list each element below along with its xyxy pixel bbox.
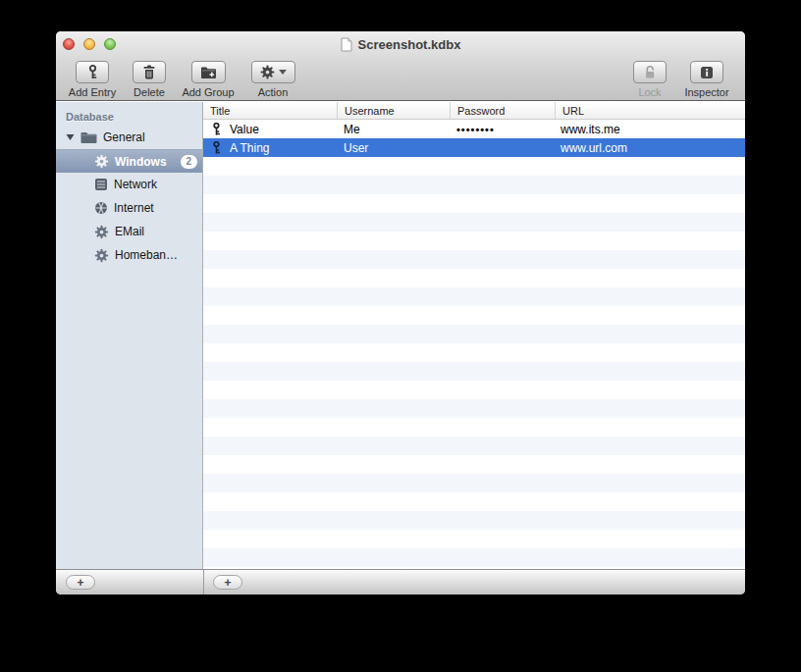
sidebar-item-label: Internet — [114, 201, 154, 215]
column-header-title[interactable]: Title — [203, 102, 338, 119]
sidebar-item-label: Windows — [115, 155, 167, 169]
table-body[interactable]: Value Me •••••••• www.its.me — [203, 120, 745, 569]
add-group-label: Add Group — [182, 86, 234, 98]
disclosure-triangle-icon[interactable] — [66, 133, 75, 141]
network-icon — [94, 178, 108, 191]
entry-username: User — [338, 141, 451, 155]
sidebar-item-windows[interactable]: Windows 2 — [56, 149, 202, 173]
column-header-password[interactable]: Password — [451, 102, 556, 119]
titlebar[interactable]: Screenshot.kdbx — [56, 31, 745, 57]
bottom-bar: + + — [56, 569, 745, 594]
trash-icon — [142, 65, 156, 79]
table-row-selected[interactable]: A Thing User www.url.com — [203, 138, 745, 157]
add-entry-plus-button[interactable]: + — [213, 575, 242, 590]
column-header-username[interactable]: Username — [338, 102, 451, 119]
window-title-area: Screenshot.kdbx — [56, 31, 745, 57]
sidebar-item-label: General — [103, 130, 145, 144]
window-chrome: Screenshot.kdbx Add Entry — [56, 31, 745, 101]
sidebar-item-homebanking[interactable]: Homeban… — [56, 243, 202, 267]
sidebar-item-internet[interactable]: Internet — [56, 196, 202, 220]
sidebar-item-email[interactable]: EMail — [56, 220, 202, 243]
sidebar-item-label: Homeban… — [115, 248, 178, 262]
table-row[interactable]: Value Me •••••••• www.its.me — [203, 120, 745, 138]
content-area: Database General — [56, 102, 745, 569]
lock-button[interactable]: Lock — [629, 61, 670, 98]
globe-icon — [94, 201, 108, 215]
entry-password: •••••••• — [451, 124, 556, 135]
dropdown-arrow-icon — [279, 70, 287, 75]
gear-icon — [260, 65, 275, 79]
column-header-url[interactable]: URL — [556, 102, 745, 119]
entry-table: Title Username Password URL — [203, 102, 745, 569]
toolbar: Add Entry Delete — [56, 57, 745, 101]
key-icon — [86, 65, 99, 79]
entry-title: Value — [230, 123, 259, 136]
sidebar-section-header: Database — [56, 108, 202, 126]
gear-icon — [94, 154, 109, 169]
sidebar-item-label: Network — [114, 178, 157, 191]
entry-count-badge: 2 — [181, 155, 198, 169]
gear-icon — [94, 225, 109, 239]
table-header: Title Username Password URL — [203, 102, 745, 120]
delete-label: Delete — [134, 86, 165, 98]
action-button[interactable]: Action — [248, 61, 297, 98]
entry-username: Me — [338, 123, 451, 136]
inspector-label: Inspector — [684, 86, 728, 98]
info-icon — [700, 66, 714, 79]
group-sidebar: Database General — [56, 102, 203, 569]
add-group-plus-button[interactable]: + — [66, 575, 95, 590]
inspector-button[interactable]: Inspector — [678, 61, 735, 98]
entry-url: www.url.com — [556, 141, 745, 155]
unlock-icon — [643, 65, 657, 79]
app-window: Screenshot.kdbx Add Entry — [56, 31, 745, 594]
add-group-button[interactable]: Add Group — [178, 61, 239, 98]
key-icon — [211, 141, 222, 154]
add-entry-button[interactable]: Add Entry — [64, 61, 121, 98]
sidebar-item-network[interactable]: Network — [56, 173, 202, 196]
sidebar-item-general[interactable]: General — [56, 126, 202, 149]
add-entry-label: Add Entry — [69, 86, 116, 98]
entry-url: www.its.me — [556, 123, 745, 136]
folder-add-icon — [200, 66, 217, 79]
window-title: Screenshot.kdbx — [358, 37, 461, 52]
delete-button[interactable]: Delete — [127, 61, 172, 98]
action-label: Action — [258, 86, 289, 98]
document-icon — [341, 37, 352, 52]
lock-label: Lock — [638, 86, 661, 98]
bottom-bar-divider — [203, 570, 204, 594]
sidebar-item-label: EMail — [115, 225, 144, 238]
gear-icon — [94, 248, 109, 263]
key-icon — [211, 123, 222, 135]
entry-title: A Thing — [230, 141, 269, 155]
folder-icon — [80, 131, 97, 144]
